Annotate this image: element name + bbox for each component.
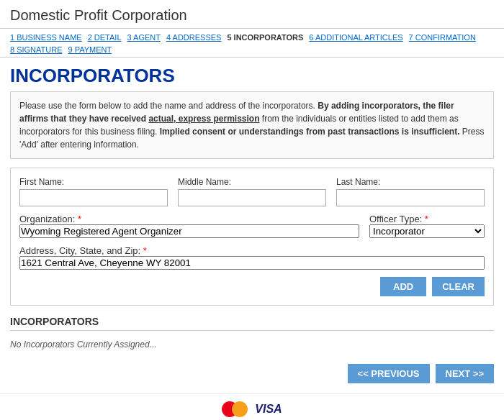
form-buttons: ADD CLEAR [19,277,485,296]
last-name-input[interactable] [336,189,485,206]
footer: VISA PDF Refund Policy Customer Service [0,393,504,420]
tab-business-name[interactable]: 1 BUSINESS NAME [10,33,82,44]
middle-name-label: Middle Name: [178,177,326,187]
first-name-group: First Name: [19,177,168,206]
visa-icon: VISA [255,403,282,416]
section-heading: INCORPORATORS [0,58,504,91]
tab-incorporators[interactable]: 5 INCORPORATORS [227,33,303,44]
tab-additional-articles[interactable]: 6 ADDITIONAL ARTICLES [309,33,402,44]
tab-agent[interactable]: 3 AGENT [127,33,161,44]
info-text-1: Please use the form below to add the nam… [19,101,315,111]
bottom-navigation: << PREVIOUS NEXT >> [0,352,504,391]
address-row: Address, City, State, and Zip: * [19,245,485,270]
org-label: Organization: * [19,214,359,224]
org-group: Organization: * [19,214,359,238]
first-name-label: First Name: [19,177,168,187]
address-label: Address, City, State, and Zip: * [19,245,485,256]
content-area: Please use the form below to add the nam… [0,91,504,352]
officer-type-label: Officer Type: * [369,214,485,224]
info-box: Please use the form below to add the nam… [10,91,494,159]
page-title: Domestic Profit Corporation [0,0,504,29]
middle-name-group: Middle Name: [178,177,326,206]
officer-type-group: Officer Type: * Incorporator Director Of… [369,214,485,238]
clear-button[interactable]: CLEAR [432,277,485,296]
name-row: First Name: Middle Name: Last Name: [19,177,485,206]
address-input[interactable] [19,256,485,270]
org-required-star: * [78,214,81,224]
last-name-label: Last Name: [336,177,485,187]
mastercard-icon [222,401,248,417]
info-text-underline: actual, express permission [148,114,259,124]
tab-detail[interactable]: 2 DETAIL [88,33,122,44]
last-name-group: Last Name: [336,177,485,206]
tab-signature[interactable]: 8 SIGNATURE [10,45,63,54]
add-button[interactable]: ADD [380,277,426,296]
incorporator-form: First Name: Middle Name: Last Name: Orga… [10,168,494,306]
nav-tabs: 1 BUSINESS NAME 2 DETAIL 3 AGENT 4 ADDRE… [0,29,504,58]
info-text-3: Implied consent or understandings from p… [160,127,460,137]
payment-icons: VISA [0,401,504,417]
tab-payment[interactable]: 9 PAYMENT [68,45,112,54]
tab-addresses[interactable]: 4 ADDRESSES [166,33,221,44]
mc-circle-orange [232,401,248,417]
org-input[interactable] [19,224,359,238]
middle-name-input[interactable] [178,189,326,206]
officer-required-star: * [425,214,428,224]
previous-button[interactable]: << PREVIOUS [348,364,430,383]
incorporators-sub-heading: INCORPORATORS [10,316,494,331]
address-group: Address, City, State, and Zip: * [19,245,485,270]
first-name-input[interactable] [19,189,168,206]
no-incorporators-message: No Incorporators Currently Assigned... [10,337,494,352]
next-button[interactable]: NEXT >> [436,364,494,383]
tab-confirmation[interactable]: 7 CONFIRMATION [409,33,476,44]
org-officer-row: Organization: * Officer Type: * Incorpor… [19,214,485,238]
officer-type-select[interactable]: Incorporator Director Officer [369,224,485,238]
addr-required-star: * [143,245,147,256]
